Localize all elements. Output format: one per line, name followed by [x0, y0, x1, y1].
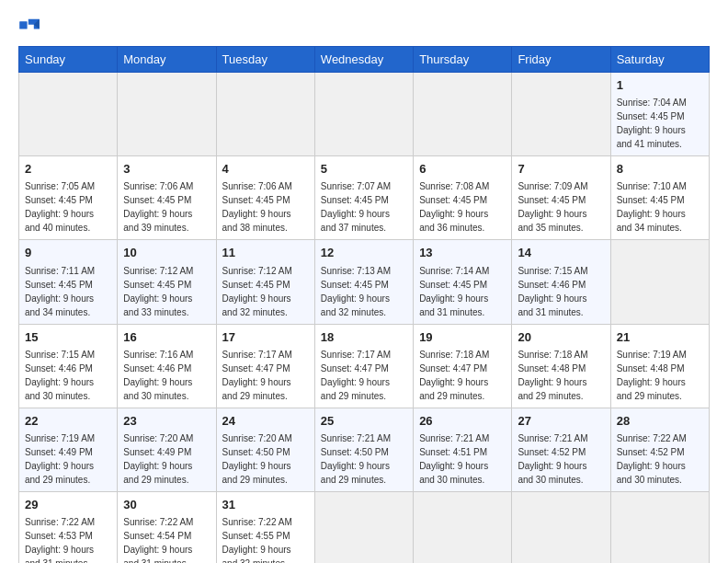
day-info: Sunrise: 7:10 AMSunset: 4:45 PMDaylight:… — [617, 181, 687, 233]
calendar-cell: 26Sunrise: 7:21 AMSunset: 4:51 PMDayligh… — [414, 408, 512, 491]
day-number: 8 — [617, 161, 703, 178]
day-number: 22 — [25, 413, 111, 430]
calendar-cell: 12Sunrise: 7:13 AMSunset: 4:45 PMDayligh… — [314, 240, 413, 324]
day-info: Sunrise: 7:21 AMSunset: 4:50 PMDaylight:… — [321, 433, 391, 485]
calendar-week-3: 9Sunrise: 7:11 AMSunset: 4:45 PMDaylight… — [19, 240, 710, 324]
calendar-cell: 25Sunrise: 7:21 AMSunset: 4:50 PMDayligh… — [314, 408, 413, 491]
day-info: Sunrise: 7:14 AMSunset: 4:45 PMDaylight:… — [419, 266, 489, 317]
day-number: 9 — [25, 245, 111, 261]
calendar-cell — [314, 491, 413, 563]
calendar-cell: 3Sunrise: 7:06 AMSunset: 4:45 PMDaylight… — [118, 156, 216, 240]
calendar-week-2: 2Sunrise: 7:05 AMSunset: 4:45 PMDaylight… — [19, 156, 710, 240]
day-number: 10 — [123, 245, 210, 261]
day-number: 24 — [222, 413, 309, 430]
day-info: Sunrise: 7:04 AMSunset: 4:45 PMDaylight:… — [617, 98, 687, 149]
day-info: Sunrise: 7:05 AMSunset: 4:45 PMDaylight:… — [25, 181, 95, 233]
calendar-cell — [610, 240, 709, 324]
day-info: Sunrise: 7:11 AMSunset: 4:45 PMDaylight:… — [25, 266, 95, 317]
calendar-cell: 17Sunrise: 7:17 AMSunset: 4:47 PMDayligh… — [216, 324, 314, 408]
day-info: Sunrise: 7:22 AMSunset: 4:53 PMDaylight:… — [25, 517, 95, 563]
col-header-tuesday: Tuesday — [216, 47, 314, 73]
day-info: Sunrise: 7:18 AMSunset: 4:48 PMDaylight:… — [518, 350, 587, 401]
calendar-cell: 6Sunrise: 7:08 AMSunset: 4:45 PMDaylight… — [414, 156, 512, 240]
day-number: 3 — [123, 161, 210, 178]
day-info: Sunrise: 7:19 AMSunset: 4:49 PMDaylight:… — [25, 433, 95, 485]
day-info: Sunrise: 7:12 AMSunset: 4:45 PMDaylight:… — [222, 266, 292, 317]
calendar-cell: 10Sunrise: 7:12 AMSunset: 4:45 PMDayligh… — [118, 240, 216, 324]
calendar-cell: 14Sunrise: 7:15 AMSunset: 4:46 PMDayligh… — [512, 240, 610, 324]
col-header-thursday: Thursday — [414, 47, 512, 73]
calendar-cell: 2Sunrise: 7:05 AMSunset: 4:45 PMDaylight… — [19, 156, 118, 240]
day-number: 20 — [518, 329, 604, 346]
day-info: Sunrise: 7:15 AMSunset: 4:46 PMDaylight:… — [518, 266, 587, 317]
day-number: 31 — [222, 497, 309, 513]
calendar-cell: 29Sunrise: 7:22 AMSunset: 4:53 PMDayligh… — [19, 491, 118, 563]
day-number: 25 — [321, 413, 407, 430]
day-info: Sunrise: 7:22 AMSunset: 4:52 PMDaylight:… — [617, 433, 687, 485]
calendar-cell — [512, 491, 610, 563]
calendar-cell: 11Sunrise: 7:12 AMSunset: 4:45 PMDayligh… — [216, 240, 314, 324]
calendar-cell: 13Sunrise: 7:14 AMSunset: 4:45 PMDayligh… — [414, 240, 512, 324]
calendar-cell: 7Sunrise: 7:09 AMSunset: 4:45 PMDaylight… — [512, 156, 610, 240]
day-number: 11 — [222, 245, 309, 261]
calendar-cell — [414, 491, 512, 563]
day-info: Sunrise: 7:21 AMSunset: 4:52 PMDaylight:… — [518, 433, 587, 485]
day-number: 14 — [518, 245, 604, 261]
logo-icon — [18, 15, 40, 37]
calendar-cell: 18Sunrise: 7:17 AMSunset: 4:47 PMDayligh… — [314, 324, 413, 408]
day-info: Sunrise: 7:13 AMSunset: 4:45 PMDaylight:… — [321, 266, 391, 317]
calendar-cell — [512, 73, 610, 156]
day-info: Sunrise: 7:17 AMSunset: 4:47 PMDaylight:… — [222, 350, 292, 401]
calendar-cell — [414, 73, 512, 156]
calendar-week-6: 29Sunrise: 7:22 AMSunset: 4:53 PMDayligh… — [19, 491, 710, 563]
day-number: 17 — [222, 329, 309, 346]
calendar-cell: 30Sunrise: 7:22 AMSunset: 4:54 PMDayligh… — [118, 491, 216, 563]
day-number: 13 — [419, 245, 506, 261]
calendar-cell: 8Sunrise: 7:10 AMSunset: 4:45 PMDaylight… — [610, 156, 709, 240]
logo — [18, 15, 44, 37]
day-number: 12 — [321, 245, 407, 261]
day-number: 1 — [617, 77, 703, 94]
day-number: 21 — [617, 329, 703, 346]
day-info: Sunrise: 7:09 AMSunset: 4:45 PMDaylight:… — [518, 181, 587, 233]
calendar-cell: 16Sunrise: 7:16 AMSunset: 4:46 PMDayligh… — [118, 324, 216, 408]
calendar-table: SundayMondayTuesdayWednesdayThursdayFrid… — [18, 46, 710, 563]
calendar-cell: 24Sunrise: 7:20 AMSunset: 4:50 PMDayligh… — [216, 408, 314, 491]
day-info: Sunrise: 7:22 AMSunset: 4:54 PMDaylight:… — [123, 517, 193, 563]
calendar-cell: 15Sunrise: 7:15 AMSunset: 4:46 PMDayligh… — [19, 324, 118, 408]
calendar-cell: 28Sunrise: 7:22 AMSunset: 4:52 PMDayligh… — [610, 408, 709, 491]
day-info: Sunrise: 7:12 AMSunset: 4:45 PMDaylight:… — [123, 266, 193, 317]
day-number: 29 — [25, 497, 111, 513]
day-number: 6 — [419, 161, 506, 178]
day-number: 15 — [25, 329, 111, 346]
calendar-cell — [19, 73, 118, 156]
col-header-saturday: Saturday — [610, 47, 709, 73]
day-info: Sunrise: 7:15 AMSunset: 4:46 PMDaylight:… — [25, 350, 95, 401]
calendar-cell: 5Sunrise: 7:07 AMSunset: 4:45 PMDaylight… — [314, 156, 413, 240]
day-info: Sunrise: 7:16 AMSunset: 4:46 PMDaylight:… — [123, 350, 193, 401]
day-info: Sunrise: 7:19 AMSunset: 4:48 PMDaylight:… — [617, 350, 687, 401]
day-number: 7 — [518, 161, 604, 178]
day-info: Sunrise: 7:07 AMSunset: 4:45 PMDaylight:… — [321, 181, 391, 233]
day-info: Sunrise: 7:18 AMSunset: 4:47 PMDaylight:… — [419, 350, 489, 401]
day-info: Sunrise: 7:20 AMSunset: 4:50 PMDaylight:… — [222, 433, 292, 485]
calendar-cell: 9Sunrise: 7:11 AMSunset: 4:45 PMDaylight… — [19, 240, 118, 324]
day-info: Sunrise: 7:21 AMSunset: 4:51 PMDaylight:… — [419, 433, 489, 485]
col-header-monday: Monday — [118, 47, 216, 73]
calendar-cell: 21Sunrise: 7:19 AMSunset: 4:48 PMDayligh… — [610, 324, 709, 408]
day-number: 26 — [419, 413, 506, 430]
calendar-cell — [610, 491, 709, 563]
calendar-cell: 22Sunrise: 7:19 AMSunset: 4:49 PMDayligh… — [19, 408, 118, 491]
day-number: 23 — [123, 413, 210, 430]
day-number: 5 — [321, 161, 407, 178]
day-info: Sunrise: 7:22 AMSunset: 4:55 PMDaylight:… — [222, 517, 292, 563]
calendar-cell: 27Sunrise: 7:21 AMSunset: 4:52 PMDayligh… — [512, 408, 610, 491]
calendar-week-1: 1Sunrise: 7:04 AMSunset: 4:45 PMDaylight… — [19, 73, 710, 156]
day-number: 28 — [617, 413, 703, 430]
calendar-cell — [216, 73, 314, 156]
day-info: Sunrise: 7:06 AMSunset: 4:45 PMDaylight:… — [123, 181, 193, 233]
day-number: 27 — [518, 413, 604, 430]
calendar-cell: 4Sunrise: 7:06 AMSunset: 4:45 PMDaylight… — [216, 156, 314, 240]
calendar-cell: 19Sunrise: 7:18 AMSunset: 4:47 PMDayligh… — [414, 324, 512, 408]
calendar-cell: 1Sunrise: 7:04 AMSunset: 4:45 PMDaylight… — [610, 73, 709, 156]
